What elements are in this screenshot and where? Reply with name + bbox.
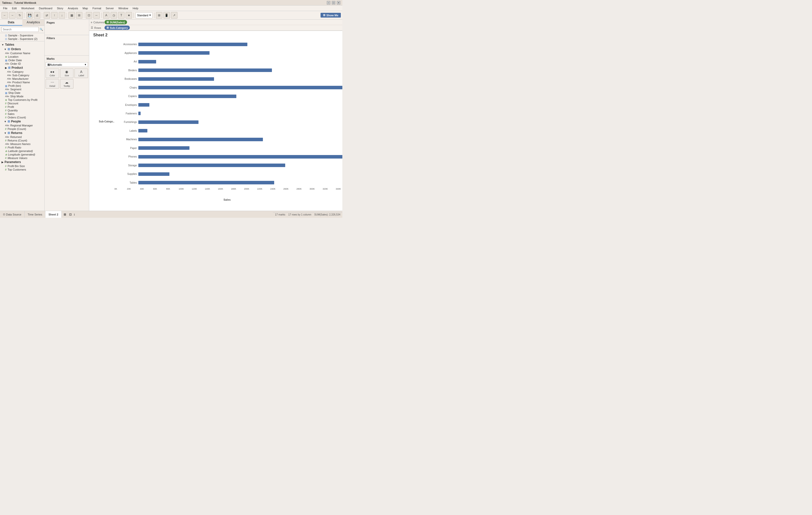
bar-fill[interactable] <box>138 120 199 124</box>
bar-fill[interactable] <box>138 77 214 81</box>
toolbar-share[interactable]: ↗ <box>171 12 177 19</box>
bar-fill[interactable] <box>138 164 285 167</box>
bar-fill[interactable] <box>138 181 274 184</box>
datasource-1[interactable]: ⊡ Sample - Superstore <box>0 34 45 37</box>
columns-pill[interactable]: ⊞ SUM(Sales) <box>105 20 127 24</box>
menu-analysis[interactable]: Analysis <box>66 6 80 10</box>
menu-dashboard[interactable]: Dashboard <box>37 6 54 10</box>
menu-server[interactable]: Server <box>104 6 116 10</box>
field-product-name[interactable]: AbcProduct Name <box>0 81 45 84</box>
field-segment[interactable]: AbcSegment <box>0 87 45 91</box>
field-latitude[interactable]: ⊕Latitude (generated) <box>0 149 45 153</box>
marks-size-btn[interactable]: ◉ Size <box>60 69 74 78</box>
bar-fill[interactable] <box>138 94 236 98</box>
bar-fill[interactable] <box>138 103 149 107</box>
toolbar-highlight[interactable]: A <box>103 12 110 19</box>
marks-color-btn[interactable]: ●● Color <box>46 69 59 78</box>
field-order-id[interactable]: AbcOrder ID <box>0 62 45 65</box>
toolbar-fit-all[interactable]: ⊡ <box>86 12 92 19</box>
bar-fill[interactable] <box>138 43 248 46</box>
field-quantity[interactable]: #Quantity <box>0 109 45 112</box>
menu-worksheet[interactable]: Worksheet <box>19 6 36 10</box>
people-section[interactable]: ▼ ⊞ People <box>0 119 45 124</box>
marks-label-btn[interactable]: A Label <box>75 69 88 78</box>
toolbar-annotate[interactable]: T <box>118 12 124 19</box>
sort-sheet-button[interactable]: ↕ <box>73 211 76 218</box>
toolbar-device[interactable]: 📱 <box>164 12 170 19</box>
toolbar-redo[interactable]: → <box>9 12 16 19</box>
tab-sheet-2[interactable]: Sheet 2 <box>46 211 61 218</box>
field-order-date[interactable]: ▦Order Date <box>0 58 45 62</box>
toolbar-save[interactable]: 💾 <box>26 12 33 19</box>
tab-data[interactable]: Data <box>0 20 22 26</box>
minimize-button[interactable]: − <box>327 1 330 4</box>
menu-file[interactable]: File <box>1 6 9 10</box>
datasource-2[interactable]: ⊡ Sample - Superstore (2) <box>0 37 45 40</box>
menu-format[interactable]: Format <box>90 6 103 10</box>
field-profit-bin-size[interactable]: #Profit Bin Size <box>0 164 45 168</box>
field-people-count[interactable]: #People (Count) <box>0 127 45 131</box>
bar-fill[interactable] <box>138 138 263 141</box>
field-location[interactable]: ⊕Location <box>0 55 45 58</box>
toolbar-map-view[interactable]: ⊞ <box>76 12 83 19</box>
menu-map[interactable]: Map <box>81 6 90 10</box>
toolbar-fit-width[interactable]: ↔ <box>93 12 100 19</box>
toolbar-grid[interactable]: ⊞ <box>156 12 163 19</box>
field-measure-values[interactable]: #Measure Values <box>0 156 45 160</box>
menu-help[interactable]: Help <box>130 6 140 10</box>
toolbar-undo[interactable]: ← <box>1 12 8 19</box>
bar-fill[interactable] <box>138 69 272 72</box>
bar-fill[interactable] <box>138 86 342 89</box>
duplicate-sheet-button[interactable]: ⊡ <box>68 211 73 218</box>
toolbar-sort-desc[interactable]: ↓ <box>59 12 65 19</box>
field-sales[interactable]: #Sales <box>0 112 45 116</box>
bar-fill[interactable] <box>138 112 141 115</box>
field-ship-date[interactable]: ▦Ship Date <box>0 91 45 94</box>
marks-type-dropdown[interactable]: ▦ Automatic ▾ <box>46 62 88 67</box>
toolbar-pin[interactable]: ★ <box>125 12 132 19</box>
field-discount[interactable]: #Discount <box>0 102 45 105</box>
field-returns-count[interactable]: #Returns (Count) <box>0 139 45 142</box>
close-button[interactable]: × <box>337 1 340 4</box>
maximize-button[interactable]: □ <box>332 1 335 4</box>
field-longitude[interactable]: ⊕Longitude (generated) <box>0 153 45 156</box>
toolbar-swap[interactable]: ⇄ <box>44 12 50 19</box>
menu-edit[interactable]: Edit <box>10 6 19 10</box>
rows-pill[interactable]: ⊞ Sub-Category <box>105 26 130 30</box>
tab-time-series[interactable]: Time Series <box>25 211 46 218</box>
search-input[interactable] <box>1 27 38 32</box>
menu-story[interactable]: Story <box>55 6 65 10</box>
field-profit[interactable]: #Profit <box>0 105 45 109</box>
show-me-button[interactable]: ⊞ Show Me <box>321 13 341 18</box>
bar-fill[interactable] <box>138 155 342 159</box>
add-sheet-button[interactable]: ⊞ <box>62 211 68 218</box>
marks-detail-btn[interactable]: ⋯ Detail <box>46 79 59 88</box>
toolbar-tooltip[interactable]: ◷ <box>111 12 117 19</box>
field-manufacturer[interactable]: AbcManufacturer <box>0 77 45 81</box>
tab-data-source[interactable]: ⊡ Data Source <box>0 211 25 218</box>
search-icon[interactable]: 🔍 <box>39 28 43 31</box>
tab-analytics[interactable]: Analytics <box>22 20 45 26</box>
toolbar-refresh[interactable]: ↻ <box>17 12 23 19</box>
field-customer-name[interactable]: AbcCustomer Name <box>0 51 45 55</box>
returns-section[interactable]: ▼ ⊞ Returns <box>0 131 45 135</box>
bar-fill[interactable] <box>138 146 190 150</box>
field-ship-mode[interactable]: AbcShip Mode <box>0 94 45 98</box>
field-regional-manager[interactable]: AbcRegional Manager <box>0 124 45 127</box>
parameters-section[interactable]: ▶ Parameters <box>0 160 45 164</box>
bar-fill[interactable] <box>138 172 169 176</box>
marks-tooltip-btn[interactable]: ☁ Tooltip <box>60 79 74 88</box>
bar-fill[interactable] <box>138 60 156 63</box>
toolbar-sort-asc[interactable]: ↑ <box>51 12 58 19</box>
field-top-customers-param[interactable]: #Top Customers <box>0 168 45 171</box>
bar-fill[interactable] <box>138 129 147 132</box>
field-profit-bin[interactable]: ▦Profit (bin) <box>0 84 45 87</box>
field-returned[interactable]: AbcReturned <box>0 135 45 139</box>
field-category[interactable]: AbcCategory <box>0 70 45 74</box>
menu-window[interactable]: Window <box>116 6 130 10</box>
field-top-customers[interactable]: ⊕Top Customers by Profit <box>0 98 45 102</box>
toolbar-bar-chart[interactable]: ▦ <box>68 12 75 19</box>
bar-fill[interactable] <box>138 51 209 55</box>
field-profit-ratio[interactable]: #Profit Ratio <box>0 146 45 149</box>
toolbar-standard-dropdown[interactable]: Standard ▾ <box>135 12 153 18</box>
